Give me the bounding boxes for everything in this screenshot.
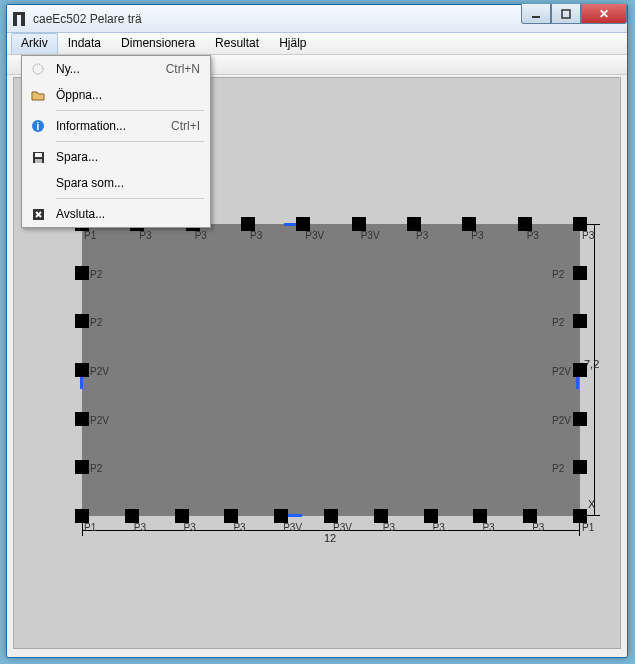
node-label: P3 (433, 522, 445, 533)
maximize-button[interactable] (551, 4, 581, 24)
minimize-button[interactable] (521, 4, 551, 24)
node-label: P2 (552, 463, 564, 474)
support-node (274, 509, 288, 523)
menu-oppna[interactable]: Öppna... (22, 82, 210, 108)
support-node (75, 314, 89, 328)
node-label: P3 (582, 230, 594, 241)
node-label: P3 (250, 230, 262, 241)
node-label: P2V (90, 415, 109, 426)
dim-line-bottom (82, 530, 580, 531)
support-node (75, 363, 89, 377)
node-label: P2 (90, 269, 102, 280)
open-icon (28, 87, 48, 103)
window-title: caeEc502 Pelare trä (33, 12, 142, 26)
node-label: P2V (552, 415, 571, 426)
support-node (75, 460, 89, 474)
node-label: P2 (90, 463, 102, 474)
svg-point-5 (33, 64, 43, 74)
save-icon (28, 149, 48, 165)
node-label: P3V (283, 522, 302, 533)
menu-indata[interactable]: Indata (58, 33, 111, 54)
menu-arkiv[interactable]: Arkiv (11, 33, 58, 54)
node-label: P3 (532, 522, 544, 533)
support-node (175, 509, 189, 523)
support-node (573, 217, 587, 231)
node-label: P3V (305, 230, 324, 241)
svg-text:i: i (37, 121, 40, 132)
node-label: P3 (416, 230, 428, 241)
menu-ny[interactable]: Ny... Ctrl+N (22, 56, 210, 82)
support-node (573, 363, 587, 377)
support-node (523, 509, 537, 523)
blank-icon (28, 175, 48, 191)
exit-icon (28, 206, 48, 222)
support-node (573, 460, 587, 474)
axis-x: X (588, 498, 595, 510)
support-node (573, 266, 587, 280)
titlebar[interactable]: caeEc502 Pelare trä ✕ (7, 5, 627, 33)
support-node (473, 509, 487, 523)
dim-width: 12 (324, 532, 336, 544)
info-icon: i (28, 118, 48, 134)
node-label: P2 (552, 317, 564, 328)
support-node (573, 314, 587, 328)
svg-rect-3 (532, 16, 540, 18)
menu-resultat[interactable]: Resultat (205, 33, 269, 54)
menu-spara[interactable]: Spara... (22, 144, 210, 170)
node-label: P3 (383, 522, 395, 533)
support-node (224, 509, 238, 523)
support-node (374, 509, 388, 523)
node-label: P2 (552, 269, 564, 280)
support-node (125, 509, 139, 523)
svg-rect-10 (35, 159, 42, 163)
menu-avsluta[interactable]: Avsluta... (22, 201, 210, 227)
node-label: P2 (90, 317, 102, 328)
close-button[interactable]: ✕ (581, 4, 627, 24)
support-node (75, 412, 89, 426)
support-node (573, 509, 587, 523)
new-icon (28, 61, 48, 77)
menu-separator (56, 198, 204, 199)
node-label: P3V (333, 522, 352, 533)
support-node (296, 217, 310, 231)
svg-rect-2 (13, 12, 25, 15)
node-label: P3 (482, 522, 494, 533)
support-node (573, 412, 587, 426)
node-label: P1 (84, 522, 96, 533)
dim-line-right (594, 224, 595, 516)
menu-separator (56, 141, 204, 142)
node-label: P3 (527, 230, 539, 241)
support-node (424, 509, 438, 523)
app-window: caeEc502 Pelare trä ✕ Arkiv Indata Dimen… (6, 4, 628, 658)
support-node (324, 509, 338, 523)
support-node (518, 217, 532, 231)
support-node (75, 509, 89, 523)
window-buttons: ✕ (521, 4, 627, 24)
node-label: P1 (84, 230, 96, 241)
support-node (407, 217, 421, 231)
node-label: P3 (134, 522, 146, 533)
node-label: P3V (361, 230, 380, 241)
node-label: P2V (90, 366, 109, 377)
support-node (241, 217, 255, 231)
node-label: P2V (552, 366, 571, 377)
svg-rect-9 (35, 153, 42, 157)
node-label: P3 (139, 230, 151, 241)
node-label: P3 (184, 522, 196, 533)
support-node (462, 217, 476, 231)
support-node (75, 266, 89, 280)
menu-dimensionera[interactable]: Dimensionera (111, 33, 205, 54)
menubar: Arkiv Indata Dimensionera Resultat Hjälp (7, 33, 627, 55)
support-node (352, 217, 366, 231)
node-label: P1 (582, 522, 594, 533)
app-icon (11, 11, 27, 27)
node-label: P3 (233, 522, 245, 533)
svg-rect-4 (562, 10, 570, 18)
node-label: P3 (471, 230, 483, 241)
dropdown-arkiv: Ny... Ctrl+N Öppna... i Information... C… (21, 55, 211, 228)
diagram-rect (82, 224, 580, 516)
menu-spara-som[interactable]: Spara som... (22, 170, 210, 196)
menu-information[interactable]: i Information... Ctrl+I (22, 113, 210, 139)
menu-hjalp[interactable]: Hjälp (269, 33, 316, 54)
node-label: P3 (195, 230, 207, 241)
